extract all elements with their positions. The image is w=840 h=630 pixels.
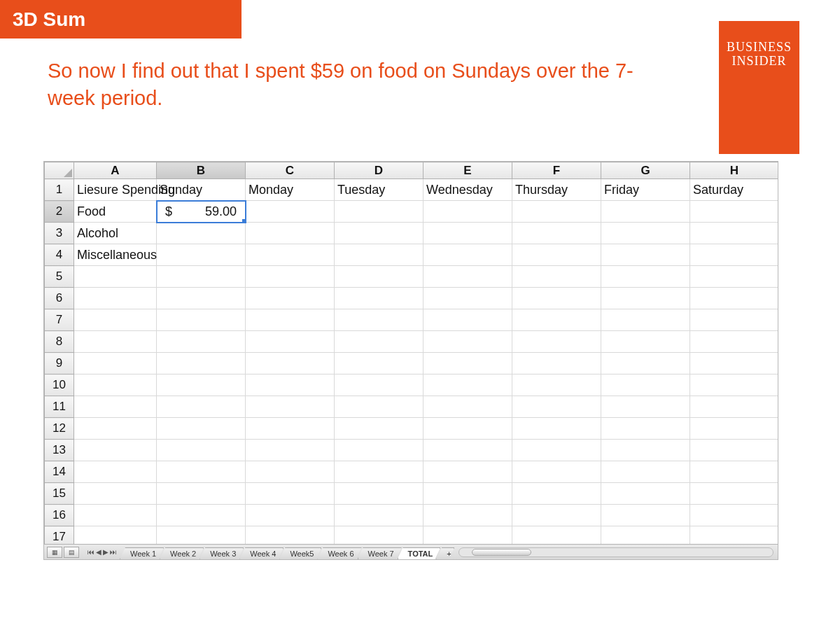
- page-layout-view-button[interactable]: ▤: [64, 547, 79, 558]
- cell-H11[interactable]: [690, 396, 778, 418]
- cell-F13[interactable]: [512, 440, 601, 461]
- select-all-corner[interactable]: [45, 162, 74, 179]
- cell-F6[interactable]: [512, 288, 601, 309]
- cell-E7[interactable]: [424, 309, 512, 331]
- cell-D17[interactable]: [335, 526, 424, 545]
- cell-D5[interactable]: [335, 266, 424, 288]
- cell-G15[interactable]: [601, 483, 690, 505]
- cell-H6[interactable]: [690, 288, 778, 309]
- cell-C15[interactable]: [246, 483, 335, 505]
- cell-F3[interactable]: [512, 223, 601, 244]
- cell-B10[interactable]: [157, 374, 246, 396]
- cell-D6[interactable]: [335, 288, 424, 309]
- sheet-tab-week-2[interactable]: Week 2: [160, 547, 204, 559]
- cell-C2[interactable]: [246, 201, 335, 223]
- cell-H14[interactable]: [690, 461, 778, 483]
- cell-E11[interactable]: [424, 396, 512, 418]
- cell-E8[interactable]: [424, 331, 512, 353]
- cell-D8[interactable]: [335, 331, 424, 353]
- cell-F11[interactable]: [512, 396, 601, 418]
- cell-A3[interactable]: Alcohol: [74, 223, 157, 244]
- cell-B3[interactable]: [157, 223, 246, 244]
- cell-G4[interactable]: [601, 244, 690, 266]
- cell-D2[interactable]: [335, 201, 424, 223]
- cell-C3[interactable]: [246, 223, 335, 244]
- cell-E2[interactable]: [424, 201, 512, 223]
- cell-C16[interactable]: [246, 505, 335, 526]
- cell-C12[interactable]: [246, 418, 335, 440]
- cell-E15[interactable]: [424, 483, 512, 505]
- cell-D12[interactable]: [335, 418, 424, 440]
- cell-E9[interactable]: [424, 353, 512, 374]
- cell-D7[interactable]: [335, 309, 424, 331]
- cell-B11[interactable]: [157, 396, 246, 418]
- row-header-8[interactable]: 8: [45, 331, 74, 353]
- row-header-9[interactable]: 9: [45, 353, 74, 374]
- sheet-tab-week-1[interactable]: Week 1: [120, 547, 164, 559]
- cell-E1[interactable]: Wednesday: [424, 179, 512, 201]
- cell-A17[interactable]: [74, 526, 157, 545]
- cell-E14[interactable]: [424, 461, 512, 483]
- cell-C8[interactable]: [246, 331, 335, 353]
- cell-G10[interactable]: [601, 374, 690, 396]
- cell-A11[interactable]: [74, 396, 157, 418]
- column-header-G[interactable]: G: [601, 162, 690, 179]
- row-header-17[interactable]: 17: [45, 526, 74, 545]
- cell-A15[interactable]: [74, 483, 157, 505]
- cell-A14[interactable]: [74, 461, 157, 483]
- cell-F16[interactable]: [512, 505, 601, 526]
- tab-first-icon[interactable]: ⏮: [88, 548, 94, 556]
- cell-C17[interactable]: [246, 526, 335, 545]
- cell-G7[interactable]: [601, 309, 690, 331]
- sheet-tab-total[interactable]: TOTAL: [398, 547, 441, 559]
- row-header-6[interactable]: 6: [45, 288, 74, 309]
- tab-last-icon[interactable]: ⏭: [110, 548, 117, 556]
- row-header-12[interactable]: 12: [45, 418, 74, 440]
- row-header-13[interactable]: 13: [45, 440, 74, 461]
- spreadsheet-grid[interactable]: ABCDEFGH1Liesure SpendingSundayMondayTue…: [44, 162, 778, 544]
- cell-G1[interactable]: Friday: [601, 179, 690, 201]
- row-header-5[interactable]: 5: [45, 266, 74, 288]
- cell-D1[interactable]: Tuesday: [335, 179, 424, 201]
- sheet-tab-week5[interactable]: Week5: [279, 547, 321, 559]
- column-header-E[interactable]: E: [424, 162, 512, 179]
- cell-D10[interactable]: [335, 374, 424, 396]
- cell-B4[interactable]: [157, 244, 246, 266]
- cell-A5[interactable]: [74, 266, 157, 288]
- tab-prev-icon[interactable]: ◀: [96, 548, 102, 556]
- row-header-11[interactable]: 11: [45, 396, 74, 418]
- cell-D4[interactable]: [335, 244, 424, 266]
- cell-H1[interactable]: Saturday: [690, 179, 778, 201]
- cell-C13[interactable]: [246, 440, 335, 461]
- cell-A7[interactable]: [74, 309, 157, 331]
- normal-view-button[interactable]: ▦: [47, 547, 62, 558]
- cell-G8[interactable]: [601, 331, 690, 353]
- cell-B12[interactable]: [157, 418, 246, 440]
- column-header-A[interactable]: A: [74, 162, 157, 179]
- cell-F10[interactable]: [512, 374, 601, 396]
- sheet-tab-week-6[interactable]: Week 6: [317, 547, 361, 559]
- sheet-tab-week-7[interactable]: Week 7: [358, 547, 402, 559]
- row-header-16[interactable]: 16: [45, 505, 74, 526]
- cell-E3[interactable]: [424, 223, 512, 244]
- cell-G6[interactable]: [601, 288, 690, 309]
- cell-G12[interactable]: [601, 418, 690, 440]
- cell-B16[interactable]: [157, 505, 246, 526]
- cell-A10[interactable]: [74, 374, 157, 396]
- column-header-D[interactable]: D: [335, 162, 424, 179]
- cell-D13[interactable]: [335, 440, 424, 461]
- cell-F1[interactable]: Thursday: [512, 179, 601, 201]
- cell-A6[interactable]: [74, 288, 157, 309]
- cell-A1[interactable]: Liesure Spending: [74, 179, 157, 201]
- cell-H12[interactable]: [690, 418, 778, 440]
- cell-F4[interactable]: [512, 244, 601, 266]
- cell-G11[interactable]: [601, 396, 690, 418]
- cell-H2[interactable]: [690, 201, 778, 223]
- cell-C6[interactable]: [246, 288, 335, 309]
- cell-D16[interactable]: [335, 505, 424, 526]
- cell-B15[interactable]: [157, 483, 246, 505]
- row-header-7[interactable]: 7: [45, 309, 74, 331]
- column-header-H[interactable]: H: [690, 162, 778, 179]
- cell-E4[interactable]: [424, 244, 512, 266]
- cell-B17[interactable]: [157, 526, 246, 545]
